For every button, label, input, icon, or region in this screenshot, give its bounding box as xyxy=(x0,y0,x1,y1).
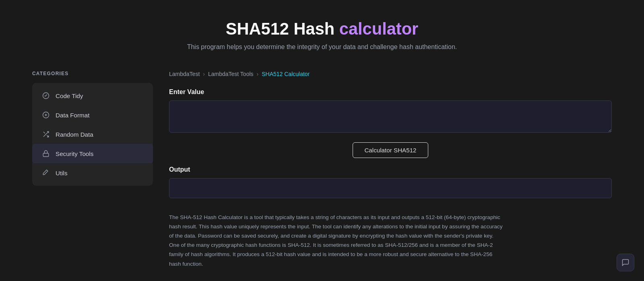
sidebar-item-data-format[interactable]: Data Format xyxy=(32,105,153,125)
sidebar-heading: CATEGORIES xyxy=(32,71,153,76)
utils-icon xyxy=(42,169,50,177)
sidebar-item-code-tidy[interactable]: Code Tidy xyxy=(32,86,153,105)
sidebar-item-code-tidy-label: Code Tidy xyxy=(56,92,83,99)
description-text: The SHA-512 Hash Calculator is a tool th… xyxy=(169,213,503,269)
calculate-sha512-button[interactable]: Calculator SHA512 xyxy=(353,142,428,158)
chat-icon xyxy=(621,258,630,267)
breadcrumb-sep-2: › xyxy=(257,71,259,77)
sidebar-item-security-tools[interactable]: Security Tools xyxy=(32,144,153,163)
title-part2: calculator xyxy=(339,19,419,38)
page-header: SHA512 Hash calculator This program help… xyxy=(0,0,644,63)
content-area: LambdaTest › LambdaTest Tools › SHA512 C… xyxy=(169,71,612,281)
svg-rect-4 xyxy=(43,153,49,156)
svg-marker-5 xyxy=(43,170,48,175)
breadcrumb: LambdaTest › LambdaTest Tools › SHA512 C… xyxy=(169,71,612,77)
breadcrumb-current: SHA512 Calculator xyxy=(262,71,310,77)
random-data-icon xyxy=(42,130,50,138)
output-label: Output xyxy=(169,166,612,173)
page-title: SHA512 Hash calculator xyxy=(8,19,636,39)
code-tidy-icon xyxy=(42,92,50,100)
value-input[interactable] xyxy=(169,101,612,133)
sidebar-item-utils-label: Utils xyxy=(56,170,68,176)
breadcrumb-lambdatest[interactable]: LambdaTest xyxy=(169,71,200,77)
data-format-icon xyxy=(42,111,50,119)
sidebar-item-security-tools-label: Security Tools xyxy=(56,150,93,157)
sidebar-card: Code Tidy Data Format xyxy=(32,83,153,186)
sidebar-item-utils[interactable]: Utils xyxy=(32,163,153,183)
security-tools-icon xyxy=(42,150,50,158)
sidebar-item-random-data-label: Random Data xyxy=(56,131,93,138)
enter-value-label: Enter Value xyxy=(169,88,612,96)
sidebar: CATEGORIES Code Tidy xyxy=(32,71,153,281)
title-part1: SHA512 Hash xyxy=(226,19,334,38)
sidebar-item-data-format-label: Data Format xyxy=(56,112,89,119)
page-subtitle: This program helps you determine the int… xyxy=(8,43,636,51)
calc-btn-row: Calculator SHA512 xyxy=(169,142,612,158)
breadcrumb-lambdatest-tools[interactable]: LambdaTest Tools xyxy=(208,71,254,77)
breadcrumb-sep-1: › xyxy=(203,71,205,77)
main-layout: CATEGORIES Code Tidy xyxy=(0,71,644,281)
chat-button[interactable] xyxy=(617,254,634,271)
sidebar-item-random-data[interactable]: Random Data xyxy=(32,125,153,144)
output-area xyxy=(169,178,612,198)
what-is-heading: What is SHA512 Hash Calculator? xyxy=(169,280,612,281)
